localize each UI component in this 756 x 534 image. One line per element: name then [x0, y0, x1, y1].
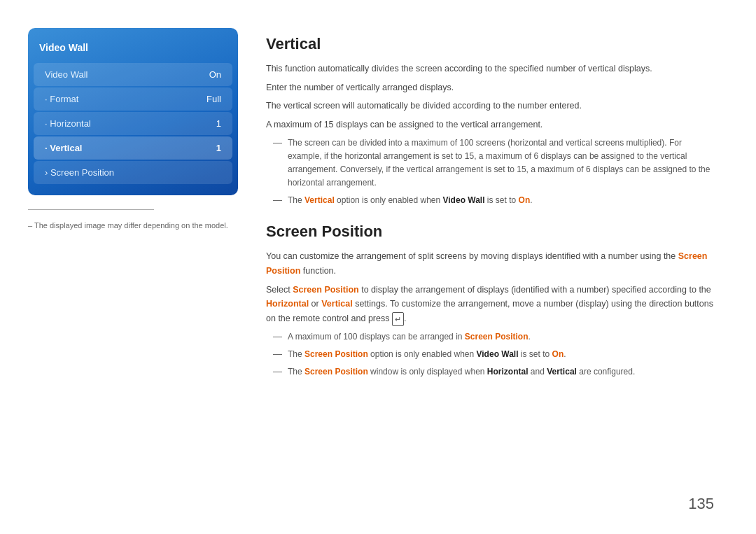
screen-position-link1: Screen Position: [266, 251, 707, 276]
menu-item-horizontal-value: 1: [216, 118, 221, 129]
vertical-note2-text: The Vertical option is only enabled when…: [288, 194, 533, 207]
sp-bold1: Screen Position: [293, 285, 358, 295]
sp-note-b-bold1: Screen Position: [304, 349, 368, 359]
sp-note-a-dash: —: [273, 331, 282, 344]
menu-item-vertical-label: · Vertical: [45, 143, 82, 153]
menu-item-format-value: Full: [206, 94, 221, 104]
menu-item-vertical-value: 1: [216, 143, 221, 153]
vertical-para4: A maximum of 15 displays can be assigned…: [266, 118, 714, 132]
sp-note-c-text: The Screen Position window is only displ…: [288, 365, 635, 379]
sp-note-a-text: A maximum of 100 displays can be arrange…: [288, 330, 531, 344]
footnote-text: – The displayed image may differ dependi…: [28, 221, 238, 230]
menu-item-videowall-value: On: [209, 69, 221, 80]
screen-position-title: Screen Position: [266, 223, 714, 241]
sp-note-c-block: — The Screen Position window is only dis…: [273, 365, 714, 379]
vertical-para2: Enter the number of vertically arranged …: [266, 80, 714, 95]
menu-item-format-label: · Format: [45, 94, 78, 104]
vertical-para3: The vertical screen will automatically b…: [266, 99, 714, 113]
right-content: Vertical This function automatically div…: [266, 28, 714, 506]
sp-note-b-on: On: [552, 349, 564, 359]
vertical-note1-block: — The screen can be divided into a maxim…: [273, 136, 714, 190]
vertical-note2-dash: —: [273, 195, 282, 207]
menu-item-horizontal[interactable]: · Horizontal 1: [34, 112, 232, 135]
menu-item-videowall[interactable]: Video Wall On: [34, 63, 232, 86]
page-container: Video Wall Video Wall On · Format Full ·…: [0, 0, 756, 534]
menu-item-screenposition[interactable]: › Screen Position: [34, 161, 232, 184]
vertical-note2-bold2: Video Wall: [443, 195, 485, 205]
vertical-note2-block: — The Vertical option is only enabled wh…: [273, 194, 714, 207]
sp-note-b-bold2: Video Wall: [477, 349, 519, 359]
sp-note-c-bold2: Horizontal: [487, 367, 528, 377]
sp-note-a-bold: Screen Position: [465, 332, 528, 342]
vertical-section-title: Vertical: [266, 35, 714, 53]
menu-item-videowall-label: Video Wall: [45, 69, 88, 80]
enter-icon: ↵: [392, 312, 404, 326]
vertical-note1-text: The screen can be divided into a maximum…: [288, 136, 714, 190]
menu-item-horizontal-label: · Horizontal: [45, 118, 91, 129]
menu-item-screenposition-label: › Screen Position: [45, 167, 114, 178]
screen-position-section: Screen Position You can customize the ar…: [266, 223, 714, 379]
menu-item-format[interactable]: · Format Full: [34, 87, 232, 111]
left-panel: Video Wall Video Wall On · Format Full ·…: [28, 28, 238, 506]
sp-note-b-dash: —: [273, 349, 282, 361]
sp-note-b-block: — The Screen Position option is only ena…: [273, 348, 714, 361]
screen-position-para1: You can customize the arrangement of spl…: [266, 249, 714, 278]
sp-bold3: Vertical: [321, 299, 352, 309]
sp-note-c-dash: —: [273, 366, 282, 379]
sp-note-c-bold3: Vertical: [547, 367, 577, 377]
menu-item-vertical[interactable]: · Vertical 1: [34, 136, 232, 160]
menu-title: Video Wall: [28, 38, 238, 62]
vertical-note2-on: On: [519, 195, 531, 205]
menu-box: Video Wall Video Wall On · Format Full ·…: [28, 28, 238, 195]
sp-note-b-text: The Screen Position option is only enabl…: [288, 348, 566, 361]
sp-note-a-block: — A maximum of 100 displays can be arran…: [273, 330, 714, 344]
page-number: 135: [688, 495, 714, 513]
vertical-para1: This function automatically divides the …: [266, 62, 714, 76]
sp-bold2: Horizontal: [266, 299, 309, 309]
screen-position-para2: Select Screen Position to display the ar…: [266, 283, 714, 326]
sp-note-c-bold1: Screen Position: [304, 367, 368, 377]
divider: [28, 209, 154, 210]
vertical-note2-bold: Vertical: [304, 195, 335, 205]
vertical-note1-dash: —: [273, 137, 282, 190]
